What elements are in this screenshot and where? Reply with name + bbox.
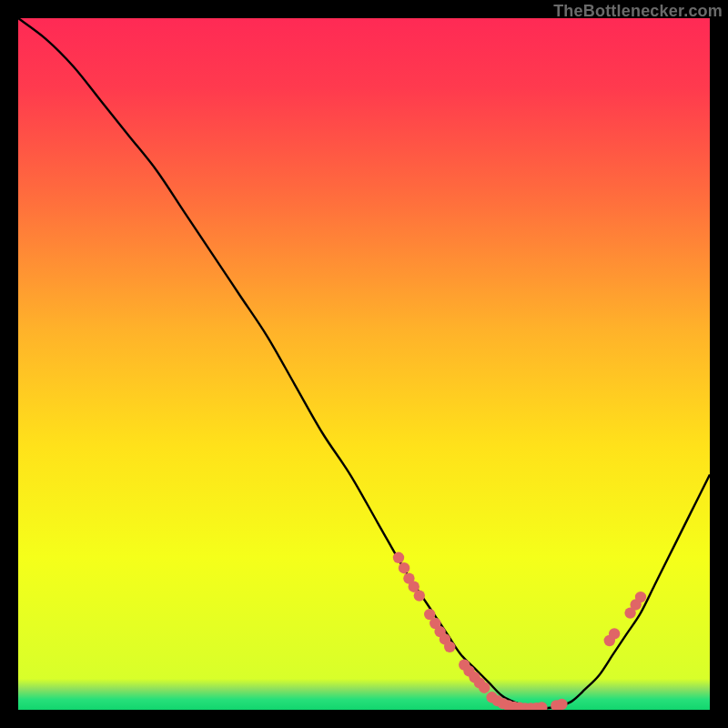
marker-dot — [414, 590, 425, 601]
marker-dot — [444, 642, 455, 652]
marker-dot — [479, 682, 490, 693]
gradient-background — [18, 18, 710, 710]
bottleneck-chart — [18, 18, 710, 710]
marker-dot — [609, 628, 620, 639]
chart-stage: TheBottlenecker.com — [0, 0, 728, 728]
marker-dot — [393, 552, 404, 563]
marker-dot — [635, 592, 646, 602]
marker-dot — [399, 562, 410, 573]
marker-dot — [556, 699, 567, 710]
